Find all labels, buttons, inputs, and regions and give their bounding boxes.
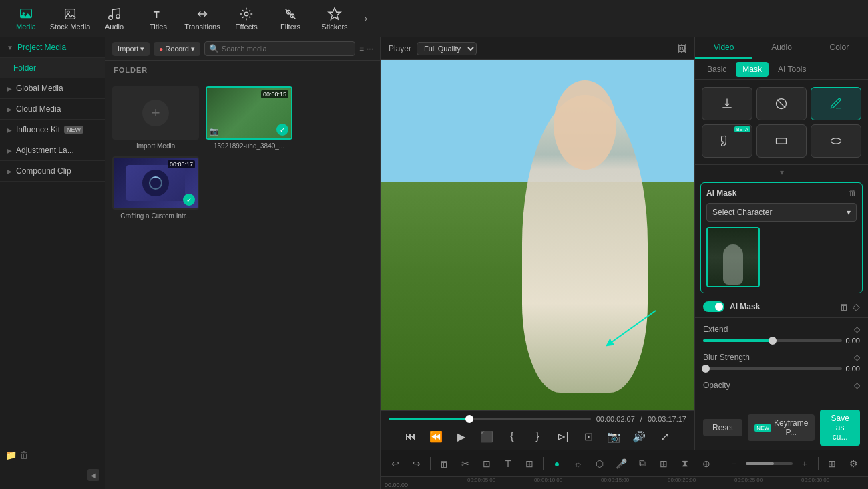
search-input[interactable] <box>222 45 351 53</box>
auto-color-button[interactable]: ☼ <box>569 454 588 473</box>
blur-slider-track[interactable] <box>703 367 842 370</box>
blur-thumb[interactable] <box>702 365 710 373</box>
tool-audio[interactable]: Audio <box>93 2 135 35</box>
import-button[interactable]: Import ▾ <box>112 42 150 56</box>
search-bar[interactable]: 🔍 <box>204 41 355 56</box>
character-thumbnail[interactable] <box>706 227 760 287</box>
plus-zoom-button[interactable]: + <box>795 454 814 473</box>
tab-color2[interactable]: Color <box>811 37 868 59</box>
tool-effects[interactable]: Effects <box>226 2 267 35</box>
connect-button[interactable]: ⧉ <box>633 454 652 473</box>
keyframe-button[interactable]: NEW Keyframe P... <box>748 414 815 441</box>
stop-button[interactable]: ⬛ <box>477 427 496 446</box>
multi-button[interactable]: ⊞ <box>654 454 673 473</box>
fullscreen-button[interactable]: ⊡ <box>579 427 598 446</box>
import-media-item[interactable]: + Import Media <box>112 86 199 150</box>
tab-audio2[interactable]: Audio <box>752 37 810 59</box>
progress-track[interactable] <box>389 418 591 420</box>
ai-tl-button[interactable]: ⊕ <box>697 454 716 473</box>
tool-media[interactable]: Media <box>5 2 47 35</box>
sidebar-item-cloud-media[interactable]: ▶ Cloud Media <box>0 99 105 120</box>
extend-keyframe-icon[interactable]: ◇ <box>854 325 860 334</box>
opacity-keyframe-icon[interactable]: ◇ <box>854 381 860 390</box>
settings-tl-button[interactable]: ⚙ <box>844 454 863 473</box>
import-media-box[interactable]: + <box>112 86 199 140</box>
tool-stickers[interactable]: Stickers <box>314 2 355 35</box>
fit-button[interactable]: ⤢ <box>655 427 674 446</box>
ripple-button[interactable]: ● <box>548 454 566 473</box>
grid-button[interactable]: ⊞ <box>823 454 841 473</box>
mark-out-button[interactable]: } <box>528 427 547 446</box>
minus-zoom-button[interactable]: − <box>724 454 743 473</box>
record-button[interactable]: ● Record ▾ <box>154 42 200 56</box>
filter-icon[interactable]: ≡ <box>359 44 364 53</box>
folder-section-label: FOLDER <box>105 61 380 79</box>
mark-in-button[interactable]: { <box>503 427 521 446</box>
redo-button[interactable]: ↪ <box>407 454 426 473</box>
ai-mask-delete-icon2[interactable]: 🗑 <box>839 301 849 312</box>
mask-icon-ellipse[interactable] <box>811 124 861 158</box>
media-toolbar-icons: ≡ ··· <box>359 44 373 53</box>
more-icon[interactable]: ··· <box>367 44 373 53</box>
mask-icon-pen[interactable] <box>811 87 861 120</box>
speed-button[interactable]: ⧗ <box>676 454 694 473</box>
panel-tab-basic[interactable]: Basic <box>700 62 733 77</box>
sidebar-item-folder[interactable]: Folder <box>0 58 105 78</box>
ai-mask-toggle[interactable] <box>703 301 724 312</box>
screenshot-icon[interactable]: 🖼 <box>677 43 686 54</box>
select-character-dropdown[interactable]: Select Character ▾ <box>706 203 857 222</box>
snapshot-button[interactable]: 📷 <box>604 427 623 446</box>
media-item-clip1[interactable]: 00:00:15 📷 ✓ 15921892-uhd_3840_... <box>206 86 292 150</box>
more-tl-button[interactable]: ⊞ <box>520 454 539 473</box>
mask-icon-rect[interactable] <box>756 124 807 158</box>
panel-tab-aitools[interactable]: AI Tools <box>771 62 813 77</box>
select-chevron-icon: ▾ <box>847 208 851 217</box>
tab-video2[interactable]: Video <box>695 37 752 59</box>
reset-button[interactable]: Reset <box>703 419 742 436</box>
undo-button[interactable]: ↩ <box>386 454 405 473</box>
add-folder-icon[interactable]: 📁 <box>5 450 17 460</box>
quality-select[interactable]: Full Quality <box>417 42 477 55</box>
extend-thumb[interactable] <box>769 337 777 345</box>
sidebar-item-influence-kit[interactable]: ▶ Influence Kit NEW <box>0 120 105 140</box>
saveas-button[interactable]: Save as cu... <box>820 410 860 446</box>
tool-filters[interactable]: Filters <box>270 2 311 35</box>
mask-icon-download[interactable] <box>702 87 752 120</box>
play-button[interactable]: ▶ <box>452 427 471 446</box>
delete-icon[interactable]: 🗑 <box>19 450 29 460</box>
audio-button[interactable]: 🔊 <box>630 427 648 446</box>
add-marker-button[interactable]: ⊳| <box>554 427 572 446</box>
keyframe-diamond-icon[interactable]: ◇ <box>853 301 860 312</box>
tool-stock-media[interactable]: Stock Media <box>49 2 91 35</box>
mic-button[interactable]: 🎤 <box>612 454 630 473</box>
crop-button[interactable]: ⊡ <box>477 454 496 473</box>
svg-point-3 <box>67 11 69 13</box>
delete-clip-button[interactable]: 🗑 <box>435 454 453 473</box>
text-button[interactable]: T <box>499 454 517 473</box>
sidebar-item-adjustment[interactable]: ▶ Adjustment La... <box>0 140 105 161</box>
mask-icon-ban[interactable] <box>756 87 807 120</box>
arrow-icon5: ▶ <box>7 147 12 154</box>
collapse-panel-button[interactable]: ◀ <box>87 469 99 481</box>
blur-keyframe-icon[interactable]: ◇ <box>854 353 860 362</box>
extend-slider-track[interactable] <box>703 339 842 342</box>
media-thumb-box-clip2[interactable]: 00:03:17 ✓ <box>112 156 199 210</box>
sidebar-item-global-media[interactable]: ▶ Global Media <box>0 78 105 99</box>
zoom-slider[interactable] <box>746 462 793 465</box>
mask-icon-brush[interactable]: BETA <box>702 124 752 158</box>
step-back-button[interactable]: ⏪ <box>427 427 445 446</box>
tool-transitions[interactable]: Transitions <box>182 2 223 35</box>
panel-tab-mask[interactable]: Mask <box>736 62 769 77</box>
tool-titles[interactable]: T Titles <box>138 2 179 35</box>
media-thumb-box-clip1[interactable]: 00:00:15 📷 ✓ <box>206 86 292 140</box>
progress-thumb[interactable] <box>465 415 473 423</box>
mask-tl-button[interactable]: ⬡ <box>590 454 609 473</box>
player-top-bar: Player Full Quality 🖼 <box>381 37 694 60</box>
media-item-clip2[interactable]: 00:03:17 ✓ Crafting a Custom Intr... <box>112 156 199 220</box>
ai-mask-delete-icon[interactable]: 🗑 <box>849 188 857 198</box>
more-tools-button[interactable]: › <box>358 11 374 27</box>
sidebar-item-compound-clip[interactable]: ▶ Compound Clip <box>0 161 105 182</box>
go-start-button[interactable]: ⏮ <box>401 427 420 446</box>
sidebar-item-project-media[interactable]: ▼ Project Media <box>0 37 105 58</box>
split-button[interactable]: ✂ <box>456 454 475 473</box>
